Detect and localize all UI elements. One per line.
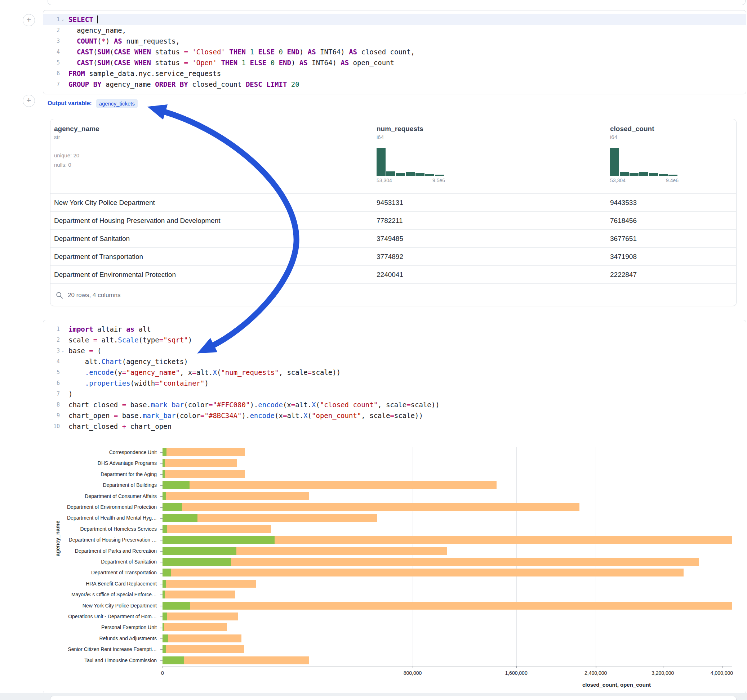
y-axis-label: Correspondence Unit — [43, 447, 160, 458]
y-axis-tick — [160, 594, 163, 595]
gridline — [516, 447, 517, 666]
y-axis-label: Department of Sanitation — [43, 556, 160, 567]
text-cursor — [97, 15, 98, 23]
table-row: Department of Sanitation37494853677651 — [50, 229, 736, 247]
y-axis-tick — [160, 518, 163, 519]
table-cell: 2222847 — [610, 271, 736, 279]
x-axis-line — [163, 666, 732, 667]
table-cell: Department of Housing Preservation and D… — [50, 217, 377, 225]
bar-closed-count — [163, 623, 227, 631]
code-line[interactable]: 8chart_closed = base.mark_bar(color="#FF… — [43, 399, 746, 410]
previous-cell-edge — [48, 0, 745, 5]
code-line[interactable]: 3 COUNT(*) AS num_requests, — [43, 36, 746, 47]
table-cell: Department of Transportation — [50, 253, 377, 261]
bar-open-count — [163, 634, 168, 643]
bar-open-count — [163, 602, 190, 609]
bar-closed-count — [163, 591, 235, 599]
table-cell: 7618456 — [610, 217, 736, 225]
histogram-bar — [406, 172, 415, 176]
y-axis-label: Senior Citizen Rent Increase Exempti… — [43, 644, 160, 655]
code-line[interactable]: 2scale = alt.Scale(type="sqrt") — [43, 335, 746, 345]
y-axis-tick — [160, 606, 163, 606]
line-number: 7 — [43, 389, 66, 399]
table-cell: 9453131 — [377, 199, 610, 207]
add-cell-button[interactable]: + — [23, 14, 35, 26]
code-line[interactable]: 6FROM sample_data.nyc.service_requests — [43, 68, 746, 79]
code-line[interactable]: 7GROUP BY agency_name ORDER BY closed_co… — [43, 79, 746, 90]
add-cell-button[interactable]: + — [23, 95, 35, 107]
bar-open-count — [163, 547, 236, 555]
x-axis-tick-label: 3,200,000 — [652, 670, 674, 676]
output-variable-label: Output variable: — [48, 100, 92, 107]
column-name[interactable]: num_requests — [377, 125, 445, 133]
bar-open-count — [163, 623, 164, 631]
bar-closed-count — [163, 634, 242, 643]
code-line[interactable]: 6 .properties(width="container") — [43, 378, 746, 389]
line-number: 10 — [43, 421, 66, 432]
bar-closed-count — [163, 503, 579, 511]
bar-closed-count — [163, 612, 238, 620]
bar-closed-count — [163, 448, 245, 456]
column-unique-count: unique: 20 — [54, 151, 100, 160]
y-axis-label: Department of Consumer Affairs — [43, 491, 160, 502]
output-variable-badge[interactable]: agency_tickets — [96, 99, 138, 108]
line-number: 5 — [43, 367, 66, 378]
column-type: i64 — [610, 134, 679, 140]
fold-chevron-icon[interactable]: ⌄ — [60, 14, 66, 25]
bar-closed-count — [163, 492, 309, 500]
sql-editor[interactable]: 1⌄SELECT 2 agency_name,3 COUNT(*) AS num… — [43, 11, 746, 90]
y-axis-label: Department of Transportation — [43, 567, 160, 578]
y-axis-tick — [160, 584, 163, 584]
chart-plot-area — [163, 447, 732, 666]
fold-chevron-icon[interactable]: ⌄ — [60, 345, 66, 356]
column-name[interactable]: closed_count — [610, 125, 679, 133]
bar-open-count — [163, 470, 165, 478]
histogram-bar — [396, 173, 405, 176]
code-line[interactable]: 5 .encode(y="agency_name", x=alt.X("num_… — [43, 367, 746, 378]
bar-open-count — [163, 514, 198, 522]
column-header-closed-count: closed_count i64 53,304 9.4e6 — [610, 119, 679, 183]
bar-open-count — [163, 481, 189, 489]
code-line[interactable]: 1⌄SELECT — [43, 14, 746, 25]
y-axis-label: Department of Health and Mental Hyg… — [43, 512, 160, 523]
y-axis-tick — [160, 573, 163, 573]
y-axis-tick — [160, 507, 163, 508]
y-axis-label: Taxi and Limousine Commission — [43, 655, 160, 666]
table-cell: 3749485 — [377, 235, 610, 243]
y-axis-tick — [160, 463, 163, 464]
python-editor[interactable]: 1import altair as alt2scale = alt.Scale(… — [43, 320, 746, 432]
bar-open-count — [163, 580, 166, 588]
y-axis-tick — [160, 529, 163, 530]
table-cell: 3774892 — [377, 253, 610, 261]
x-axis-title: closed_count, open_count — [582, 682, 651, 688]
code-line[interactable]: 4 CAST(SUM(CASE WHEN status = 'Closed' T… — [43, 47, 746, 57]
python-cell: 1import altair as alt2scale = alt.Scale(… — [43, 320, 746, 694]
histogram-bar — [435, 175, 444, 176]
code-line[interactable]: 4 alt.Chart(agency_tickets) — [43, 356, 746, 367]
column-header-num-requests: num_requests i64 53,304 9.5e6 — [377, 119, 445, 183]
results-table: agency_name str unique: 20 nulls: 0 num_… — [50, 119, 736, 306]
code-line[interactable]: 2 agency_name, — [43, 25, 746, 36]
line-number: 4 — [43, 356, 66, 367]
histogram-bar — [386, 171, 395, 176]
histogram-bar — [659, 174, 668, 176]
code-line[interactable]: 9chart_open = base.mark_bar(color="#8BC3… — [43, 410, 746, 421]
code-line[interactable]: 7) — [43, 389, 746, 399]
column-header-agency-name: agency_name str unique: 20 nulls: 0 — [54, 119, 100, 170]
gridline — [722, 447, 722, 666]
line-number: 3 — [43, 36, 66, 47]
column-name[interactable]: agency_name — [54, 125, 100, 133]
code-line[interactable]: 5 CAST(SUM(CASE WHEN status = 'Open' THE… — [43, 57, 746, 68]
code-line[interactable]: 10chart_closed + chart_open — [43, 421, 746, 432]
x-axis-tick — [722, 666, 723, 668]
code-line[interactable]: 3⌄base = ( — [43, 345, 746, 356]
bar-closed-count — [163, 580, 256, 588]
y-axis-tick — [160, 496, 163, 497]
line-number: 5 — [43, 57, 66, 68]
gridline — [663, 447, 663, 666]
table-cell: 7782211 — [377, 217, 610, 225]
search-icon[interactable] — [56, 291, 64, 299]
sql-cell: 1⌄SELECT 2 agency_name,3 COUNT(*) AS num… — [43, 10, 746, 94]
line-number: 8 — [43, 399, 66, 410]
code-line[interactable]: 1import altair as alt — [43, 324, 746, 335]
